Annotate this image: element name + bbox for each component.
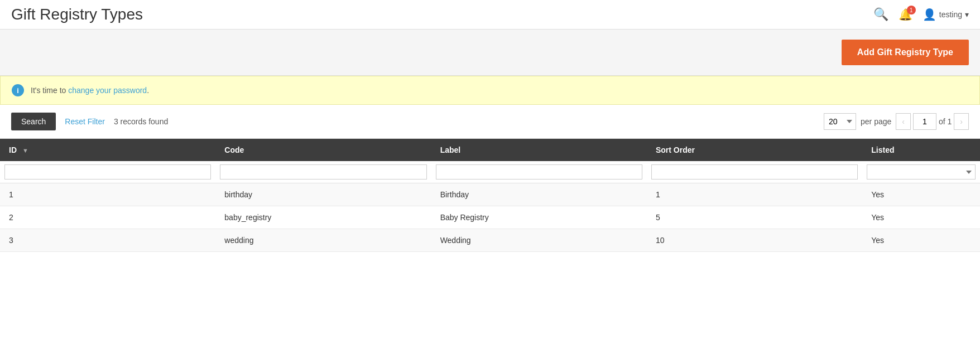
filter-code-input[interactable] — [220, 164, 426, 179]
filter-bar: Search Reset Filter 3 records found 20 5… — [0, 105, 980, 139]
filter-label-input[interactable] — [436, 164, 642, 179]
per-page-select[interactable]: 20 50 100 — [824, 113, 856, 130]
search-icon-button[interactable]: 🔍 — [873, 7, 888, 22]
per-page-label: per page — [861, 117, 891, 126]
cell-listed: Yes — [862, 229, 980, 252]
info-banner: i It's time to change your password. — [0, 76, 980, 105]
cell-label: Baby Registry — [431, 206, 647, 229]
cell-sort_order: 5 — [647, 206, 862, 229]
pagination-controls: 20 50 100 per page ‹ of 1 › — [824, 113, 969, 130]
page-title: Gift Registry Types — [11, 6, 143, 23]
user-dropdown-arrow-icon: ▾ — [965, 10, 969, 19]
info-icon: i — [12, 84, 24, 96]
user-menu-button[interactable]: 👤 testing ▾ — [923, 8, 969, 21]
cell-code: wedding — [215, 229, 431, 252]
pager: ‹ of 1 › — [896, 113, 969, 130]
filter-listed-select[interactable]: Yes No — [867, 164, 976, 179]
cell-label: Birthday — [431, 183, 647, 206]
user-name-label: testing — [939, 10, 962, 19]
change-password-link[interactable]: change your password — [68, 86, 147, 95]
table-row: 2baby_registryBaby Registry5Yes — [0, 206, 980, 229]
cell-sort_order: 10 — [647, 229, 862, 252]
page-of-label: of 1 — [939, 117, 952, 126]
filter-sort-order-input[interactable] — [651, 164, 858, 179]
info-message-prefix: It's time to — [31, 86, 68, 95]
cell-id: 3 — [0, 229, 215, 252]
cell-id: 2 — [0, 206, 215, 229]
table-row: 3weddingWedding10Yes — [0, 229, 980, 252]
filter-input-row: Yes No — [0, 161, 980, 183]
table-body: Yes No 1birthdayBirthday1Yes2baby_regist… — [0, 161, 980, 252]
cell-listed: Yes — [862, 183, 980, 206]
sort-arrow-id-icon: ▼ — [22, 147, 28, 154]
cell-code: baby_registry — [215, 206, 431, 229]
header-actions: 🔍 🔔 1 👤 testing ▾ — [873, 7, 969, 22]
cell-listed: Yes — [862, 206, 980, 229]
cell-sort_order: 1 — [647, 183, 862, 206]
prev-page-button[interactable]: ‹ — [896, 113, 911, 130]
notification-button[interactable]: 🔔 1 — [899, 8, 912, 21]
col-header-label: Label — [431, 139, 647, 161]
gift-registry-types-table: ID ▼ Code Label Sort Order Listed Yes — [0, 139, 980, 252]
info-message: It's time to change your password. — [31, 86, 149, 95]
cell-label: Wedding — [431, 229, 647, 252]
filter-id-input[interactable] — [4, 164, 211, 179]
info-message-suffix: . — [147, 86, 149, 95]
toolbar: Add Gift Registry Type — [0, 30, 980, 76]
col-header-listed: Listed — [862, 139, 980, 161]
records-found-label: 3 records found — [114, 117, 168, 126]
col-header-code: Code — [215, 139, 431, 161]
reset-filter-button[interactable]: Reset Filter — [63, 113, 107, 130]
page-header: Gift Registry Types 🔍 🔔 1 👤 testing ▾ — [0, 0, 980, 30]
cell-id: 1 — [0, 183, 215, 206]
next-page-button[interactable]: › — [954, 113, 969, 130]
current-page-input[interactable] — [913, 113, 936, 130]
col-header-sort-order: Sort Order — [647, 139, 862, 161]
user-avatar-icon: 👤 — [923, 8, 936, 21]
data-table-wrapper: ID ▼ Code Label Sort Order Listed Yes — [0, 139, 980, 252]
add-gift-registry-type-button[interactable]: Add Gift Registry Type — [842, 40, 969, 65]
col-header-id[interactable]: ID ▼ — [0, 139, 215, 161]
table-header: ID ▼ Code Label Sort Order Listed — [0, 139, 980, 161]
notification-badge: 1 — [907, 6, 916, 14]
table-row: 1birthdayBirthday1Yes — [0, 183, 980, 206]
search-button[interactable]: Search — [11, 113, 56, 130]
cell-code: birthday — [215, 183, 431, 206]
